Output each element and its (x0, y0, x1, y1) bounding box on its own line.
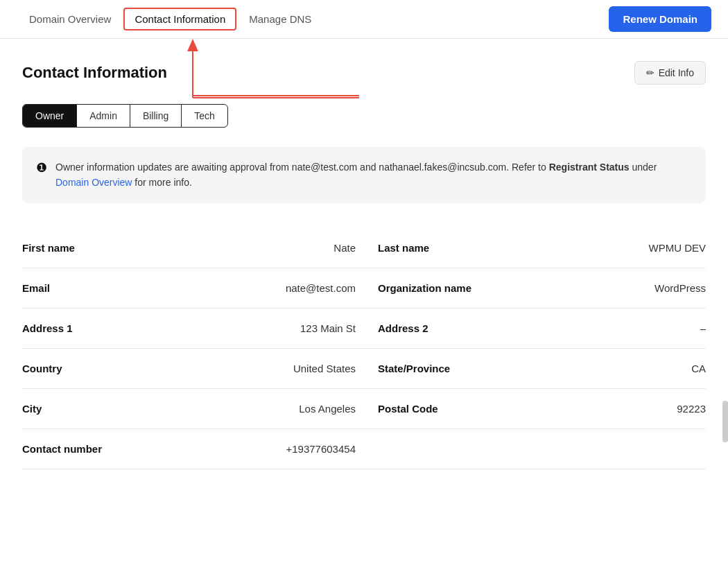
pencil-icon: ✏ (646, 67, 655, 78)
table-row: City Los Angeles Postal Code 92223 (22, 389, 706, 429)
value-postal: 92223 (677, 403, 706, 415)
label-firstname: First name (22, 242, 75, 254)
value-city: Los Angeles (299, 403, 356, 415)
label-email: Email (22, 282, 50, 294)
info-cell-postal: Postal Code 92223 (364, 403, 706, 415)
nav-bar: Domain Overview Contact Information Mana… (0, 0, 728, 39)
info-cell-city: City Los Angeles (22, 403, 364, 415)
tab-tech[interactable]: Tech (182, 105, 227, 127)
tab-domain-overview[interactable]: Domain Overview (17, 2, 123, 36)
value-country: United States (293, 363, 356, 374)
info-table: First name Nate Last name WPMU DEV Email… (22, 228, 706, 469)
info-cell-state: State/Province CA (364, 363, 706, 374)
value-address2: – (700, 322, 706, 334)
table-row: Country United States State/Province CA (22, 349, 706, 389)
label-address1: Address 1 (22, 322, 73, 334)
nav-tabs: Domain Overview Contact Information Mana… (17, 2, 609, 36)
table-row: Email nate@test.com Organization name Wo… (22, 268, 706, 309)
value-firstname: Nate (333, 242, 356, 254)
label-postal: Postal Code (378, 403, 438, 415)
value-org: WordPress (655, 282, 706, 294)
label-country: Country (22, 363, 62, 374)
domain-overview-link[interactable]: Domain Overview (55, 177, 132, 188)
edit-info-button[interactable]: ✏ Edit Info (634, 61, 706, 85)
section-title: Contact Information (22, 64, 167, 82)
section-header: Contact Information ✏ Edit Info (22, 61, 706, 85)
main-content: Contact Information ✏ Edit Info Owner Ad… (0, 39, 728, 469)
info-cell-lastname: Last name WPMU DEV (364, 242, 706, 254)
notice-bold-text: Registrant Status (549, 162, 630, 173)
notice-text-part1: Owner information updates are awaiting a… (55, 162, 549, 173)
label-state: State/Province (378, 363, 450, 374)
info-cell-email: Email nate@test.com (22, 282, 364, 294)
value-email: nate@test.com (286, 282, 356, 294)
info-cell-firstname: First name Nate (22, 242, 364, 254)
label-lastname: Last name (378, 242, 429, 254)
notice-text: Owner information updates are awaiting a… (55, 159, 692, 191)
renew-domain-button[interactable]: Renew Domain (609, 6, 711, 32)
info-cell-contact: Contact number +19377603454 (22, 443, 364, 455)
tab-manage-dns[interactable]: Manage DNS (236, 2, 324, 36)
label-contact: Contact number (22, 443, 102, 455)
info-cell-org: Organization name WordPress (364, 282, 706, 294)
info-cell-address2: Address 2 – (364, 322, 706, 334)
info-cell-country: Country United States (22, 363, 364, 374)
scrollbar[interactable] (722, 401, 728, 442)
label-city: City (22, 403, 42, 415)
info-cell-address1: Address 1 123 Main St (22, 322, 364, 334)
info-cell-empty (364, 443, 706, 455)
notice-text-part2: under (630, 162, 657, 173)
contact-tabs: Owner Admin Billing Tech (22, 104, 228, 128)
tab-owner[interactable]: Owner (23, 105, 77, 127)
value-contact: +19377603454 (286, 443, 356, 455)
table-row: Address 1 123 Main St Address 2 – (22, 309, 706, 349)
table-row: Contact number +19377603454 (22, 429, 706, 469)
tab-contact-information[interactable]: Contact Information (123, 8, 236, 31)
value-state: CA (691, 363, 706, 374)
notice-text-part3: for more info. (132, 177, 191, 188)
edit-info-label: Edit Info (659, 67, 694, 78)
notice-box: ❶ Owner information updates are awaiting… (22, 147, 706, 203)
tab-billing[interactable]: Billing (130, 105, 182, 127)
table-row: First name Nate Last name WPMU DEV (22, 228, 706, 268)
value-address1: 123 Main St (300, 322, 356, 334)
tab-admin[interactable]: Admin (77, 105, 130, 127)
label-address2: Address 2 (378, 322, 428, 334)
value-lastname: WPMU DEV (649, 242, 707, 254)
notice-icon: ❶ (36, 160, 47, 175)
label-org: Organization name (378, 282, 471, 294)
